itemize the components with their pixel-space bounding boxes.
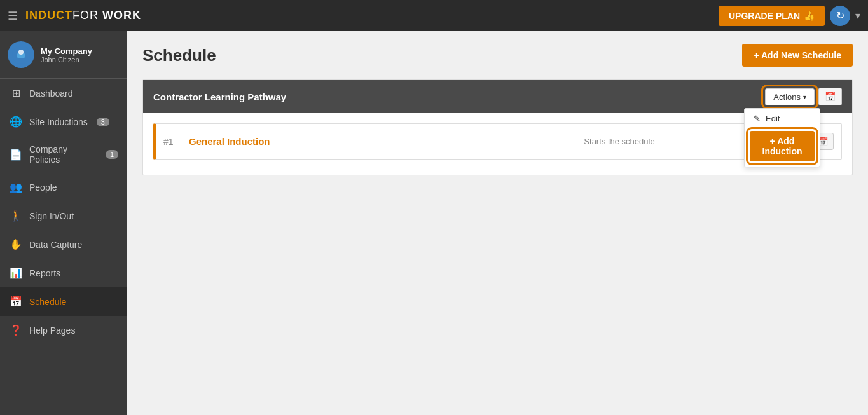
logo-for: FOR bbox=[72, 9, 99, 22]
sidebar-item-schedule[interactable]: 📅 Schedule bbox=[0, 287, 127, 316]
add-new-label: + Add New Schedule bbox=[754, 50, 841, 60]
page-title: Schedule bbox=[142, 46, 216, 65]
sidebar-item-people[interactable]: 👥 People bbox=[0, 173, 127, 201]
hamburger-icon[interactable]: ☰ bbox=[8, 9, 18, 23]
sidebar: My Company John Citizen ⊞ Dashboard 🌐 Si… bbox=[0, 31, 127, 415]
calendar-button[interactable]: 📅 bbox=[818, 88, 842, 105]
sidebar-item-label: Dashboard bbox=[29, 88, 73, 99]
upgrade-plan-button[interactable]: UPGRADE PLAN 👍 bbox=[719, 6, 825, 26]
data-capture-icon: ✋ bbox=[9, 238, 23, 250]
sidebar-item-site-inductions[interactable]: 🌐 Site Inductions 3 bbox=[0, 107, 127, 136]
actions-button[interactable]: Actions ▾ bbox=[765, 88, 815, 105]
profile-text: My Company John Citizen bbox=[41, 46, 92, 64]
calendar-icon: 📅 bbox=[825, 92, 836, 102]
sidebar-item-label: Company Policies bbox=[29, 144, 97, 165]
username: John Citizen bbox=[41, 56, 92, 64]
company-name: My Company bbox=[41, 46, 92, 56]
edit-icon: ✎ bbox=[754, 114, 761, 123]
add-induction-button[interactable]: + Add Induction bbox=[750, 131, 815, 161]
induction-status: Starts the schedule bbox=[476, 137, 762, 146]
help-icon: ❓ bbox=[9, 324, 23, 336]
upgrade-label: UPGRADE PLAN bbox=[729, 11, 800, 21]
sidebar-item-label: Data Capture bbox=[29, 240, 82, 250]
sidebar-item-label: Help Pages bbox=[29, 325, 75, 336]
dashboard-icon: ⊞ bbox=[9, 87, 23, 99]
avatar bbox=[8, 41, 34, 68]
panel-title: Contractor Learning Pathway bbox=[153, 92, 286, 102]
actions-dropdown: ✎ Edit + Add Induction bbox=[744, 108, 820, 167]
sidebar-item-label: People bbox=[29, 182, 57, 193]
edit-menu-item[interactable]: ✎ Edit bbox=[745, 109, 820, 128]
sidebar-item-dashboard[interactable]: ⊞ Dashboard bbox=[0, 79, 127, 107]
topbar-left: ☰ INDUCTFOR WORK bbox=[8, 9, 141, 23]
logo-induct: INDUCT bbox=[25, 9, 72, 22]
sidebar-item-label: Site Inductions bbox=[29, 117, 88, 127]
svg-point-1 bbox=[18, 50, 24, 55]
sign-in-icon: 🚶 bbox=[9, 210, 23, 222]
panel-header: Contractor Learning Pathway Actions ▾ 📅 … bbox=[143, 80, 852, 113]
induction-number: #1 bbox=[163, 137, 189, 147]
sidebar-item-label: Schedule bbox=[29, 297, 66, 307]
edit-label: Edit bbox=[766, 114, 780, 123]
sidebar-item-company-policies[interactable]: 📄 Company Policies 1 bbox=[0, 136, 127, 173]
panel-header-right: Actions ▾ 📅 ✎ Edit + Add Induction bbox=[765, 88, 842, 105]
topbar-arrow-icon[interactable]: ▾ bbox=[855, 10, 860, 22]
company-policies-badge: 1 bbox=[106, 150, 118, 159]
sidebar-item-label: Sign In/Out bbox=[29, 211, 74, 221]
refresh-icon[interactable]: ↻ bbox=[830, 6, 850, 26]
people-icon: 👥 bbox=[9, 181, 23, 193]
sidebar-profile: My Company John Citizen bbox=[0, 31, 127, 79]
globe-icon: 🌐 bbox=[9, 116, 23, 128]
sidebar-item-reports[interactable]: 📊 Reports bbox=[0, 259, 127, 287]
caret-icon: ▾ bbox=[803, 93, 806, 100]
sidebar-item-label: Reports bbox=[29, 268, 60, 278]
actions-label: Actions bbox=[773, 92, 801, 102]
sidebar-item-help-pages[interactable]: ❓ Help Pages bbox=[0, 316, 127, 344]
content-area: Schedule + Add New Schedule Contractor L… bbox=[127, 31, 868, 415]
table-row: #1 General Induction Starts the schedule… bbox=[153, 123, 842, 160]
main-layout: My Company John Citizen ⊞ Dashboard 🌐 Si… bbox=[0, 31, 868, 415]
add-induction-label: + Add Induction bbox=[760, 136, 804, 156]
content-header: Schedule + Add New Schedule bbox=[127, 31, 868, 73]
sidebar-item-data-capture[interactable]: ✋ Data Capture bbox=[0, 230, 127, 259]
logo: INDUCTFOR WORK bbox=[25, 9, 141, 22]
schedule-panel: Contractor Learning Pathway Actions ▾ 📅 … bbox=[142, 79, 853, 175]
site-inductions-badge: 3 bbox=[97, 118, 109, 126]
topbar: ☰ INDUCTFOR WORK UPGRADE PLAN 👍 ↻ ▾ bbox=[0, 0, 868, 31]
policies-icon: 📄 bbox=[9, 149, 23, 161]
sidebar-item-sign-in-out[interactable]: 🚶 Sign In/Out bbox=[0, 201, 127, 230]
thumbs-up-icon: 👍 bbox=[804, 11, 815, 21]
induction-name[interactable]: General Induction bbox=[189, 136, 476, 147]
logo-work: WORK bbox=[99, 9, 141, 22]
topbar-right: UPGRADE PLAN 👍 ↻ ▾ bbox=[719, 6, 860, 26]
reports-icon: 📊 bbox=[9, 267, 23, 279]
add-new-schedule-button[interactable]: + Add New Schedule bbox=[742, 44, 853, 67]
schedule-icon: 📅 bbox=[9, 296, 23, 308]
